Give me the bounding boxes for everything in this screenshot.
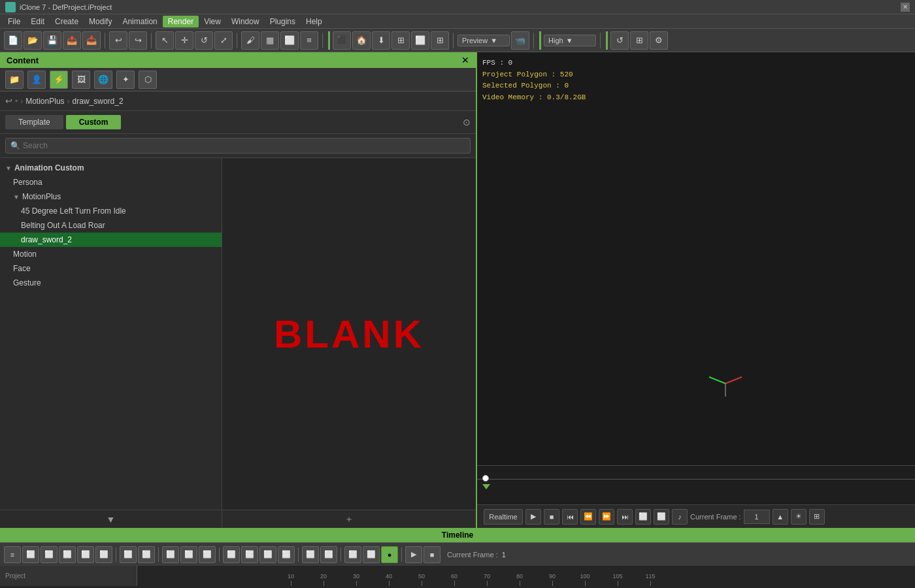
tool5[interactable]: ▦	[261, 31, 279, 50]
bt-btn12[interactable]: ⬜	[223, 546, 240, 563]
bt-btn11[interactable]: ⬜	[199, 546, 216, 563]
stop-btn[interactable]: ■	[544, 509, 559, 525]
timeline-playhead-marker[interactable]	[482, 475, 489, 482]
menu-render[interactable]: Render	[163, 16, 199, 27]
search-input[interactable]	[5, 138, 471, 154]
sun-btn[interactable]: ☀	[791, 509, 807, 525]
menu-modify[interactable]: Modify	[84, 16, 117, 27]
tool6[interactable]: ⬜	[280, 31, 299, 50]
tree-item-belting[interactable]: Belting Out A Load Roar	[0, 218, 222, 233]
bt-btn17[interactable]: ⬜	[320, 546, 337, 563]
bt-btn19[interactable]: ⬜	[363, 546, 380, 563]
bt-btn2[interactable]: ⬜	[22, 546, 39, 563]
menu-view[interactable]: View	[199, 16, 226, 27]
env2-btn[interactable]: ⊞	[431, 31, 449, 50]
timeline-playhead-arrow[interactable]	[482, 484, 490, 489]
breadcrumb-motionplus[interactable]: MotionPlus	[25, 97, 64, 106]
menu-animation[interactable]: Animation	[117, 16, 162, 27]
bt-record-btn[interactable]: ●	[381, 546, 398, 563]
ct-person-btn[interactable]: 👤	[27, 71, 46, 89]
ct-folder-btn[interactable]: 📁	[5, 71, 24, 89]
move-btn[interactable]: ✛	[175, 31, 193, 50]
tab-custom[interactable]: Custom	[66, 115, 122, 129]
tree-item-motionplus[interactable]: ▼ MotionPlus	[0, 189, 222, 204]
tree-item-persona[interactable]: Persona	[0, 175, 222, 189]
menu-plugins[interactable]: Plugins	[265, 16, 301, 27]
export-btn[interactable]: 📤	[63, 31, 81, 50]
settings-btn[interactable]: ⚙	[650, 31, 668, 50]
redo-btn[interactable]: ↪	[129, 31, 147, 50]
render2-btn[interactable]: ↺	[610, 31, 629, 50]
record-btn[interactable]: 📹	[511, 31, 529, 50]
save-btn[interactable]: 💾	[43, 31, 61, 50]
content-close-btn[interactable]: ✕	[461, 55, 469, 65]
begin-btn[interactable]: ⏮	[562, 509, 578, 525]
ct-sphere-btn[interactable]: 🌐	[94, 71, 112, 89]
ct-image-btn[interactable]: 🖼	[72, 71, 90, 89]
menu-file[interactable]: File	[3, 16, 25, 27]
menu-create[interactable]: Create	[50, 16, 84, 27]
obj-btn[interactable]: ⊞	[391, 31, 410, 50]
tree-item-gesture[interactable]: Gesture	[0, 276, 222, 290]
realtime-btn[interactable]: Realtime	[484, 509, 523, 525]
end-btn[interactable]: ⏭	[617, 509, 633, 525]
paint-btn[interactable]: 🖌	[241, 31, 259, 50]
next-frame-btn[interactable]: ⏩	[599, 509, 614, 525]
preview-dropdown[interactable]: Preview ▼	[458, 35, 510, 46]
preview-add-btn[interactable]: ＋	[344, 514, 354, 525]
frame-up-btn[interactable]: ▲	[773, 509, 788, 525]
view-btn[interactable]: ⬛	[333, 31, 351, 50]
light-btn[interactable]: ⬇	[372, 31, 390, 50]
bt-btn6[interactable]: ⬜	[95, 546, 112, 563]
tree-down-btn[interactable]: ▼	[107, 514, 116, 525]
tree-item-draw-sword[interactable]: draw_sword_2	[0, 233, 222, 247]
grid-btn[interactable]: ⊞	[809, 509, 825, 525]
scale-btn[interactable]: ⤢	[214, 31, 233, 50]
rotate-btn[interactable]: ↺	[195, 31, 213, 50]
quality-dropdown[interactable]: High ▼	[544, 35, 596, 46]
open-btn[interactable]: 📂	[24, 31, 42, 50]
breadcrumb-drawsword[interactable]: draw_sword_2	[73, 97, 124, 106]
stop2-btn[interactable]: ■	[424, 546, 441, 563]
note-btn[interactable]: ♪	[672, 509, 688, 525]
ct-motion-btn[interactable]: ⚡	[50, 71, 68, 89]
prev-frame-btn[interactable]: ⏪	[580, 509, 596, 525]
menu-edit[interactable]: Edit	[25, 16, 50, 27]
bt-btn3[interactable]: ⬜	[41, 546, 58, 563]
bt-btn1[interactable]: ≡	[4, 546, 21, 563]
menu-window[interactable]: Window	[226, 16, 265, 27]
tree-item-face[interactable]: Face	[0, 261, 222, 276]
tree-item-45deg[interactable]: 45 Degree Left Turn From Idle	[0, 204, 222, 218]
tab-settings-btn[interactable]: ⊙	[463, 117, 471, 127]
play2-btn[interactable]: ▶	[405, 546, 422, 563]
bt-btn10[interactable]: ⬜	[180, 546, 197, 563]
tree-item-anim-custom[interactable]: ▼ Animation Custom	[0, 161, 222, 175]
ct-globe-btn[interactable]: ⬡	[139, 71, 157, 89]
window-close-btn[interactable]: ✕	[901, 3, 910, 12]
cam-btn[interactable]: 🏠	[352, 31, 371, 50]
loop2-btn[interactable]: ⬜	[654, 509, 669, 525]
frame-input[interactable]	[744, 510, 770, 524]
loop-btn[interactable]: ⬜	[635, 509, 651, 525]
menu-help[interactable]: Help	[301, 16, 327, 27]
bt-btn16[interactable]: ⬜	[302, 546, 319, 563]
breadcrumb-back-btn[interactable]: ↩	[5, 96, 12, 106]
select-btn[interactable]: ↖	[156, 31, 174, 50]
bt-btn7[interactable]: ⬜	[120, 546, 137, 563]
tree-item-motion[interactable]: Motion	[0, 247, 222, 261]
bt-btn8[interactable]: ⬜	[138, 546, 155, 563]
bt-btn15[interactable]: ⬜	[278, 546, 295, 563]
play-btn[interactable]: ▶	[525, 509, 541, 525]
bt-btn13[interactable]: ⬜	[241, 546, 258, 563]
tool7[interactable]: ≡	[300, 31, 318, 50]
import-btn[interactable]: 📥	[82, 31, 101, 50]
render3-btn[interactable]: ⊞	[630, 31, 648, 50]
bt-btn5[interactable]: ⬜	[77, 546, 94, 563]
ct-star-btn[interactable]: ✦	[116, 71, 135, 89]
tab-template[interactable]: Template	[5, 115, 63, 129]
undo-btn[interactable]: ↩	[109, 31, 127, 50]
env-btn[interactable]: ⬜	[411, 31, 429, 50]
bt-btn9[interactable]: ⬜	[162, 546, 179, 563]
new-btn[interactable]: 📄	[4, 31, 22, 50]
bt-btn4[interactable]: ⬜	[59, 546, 76, 563]
